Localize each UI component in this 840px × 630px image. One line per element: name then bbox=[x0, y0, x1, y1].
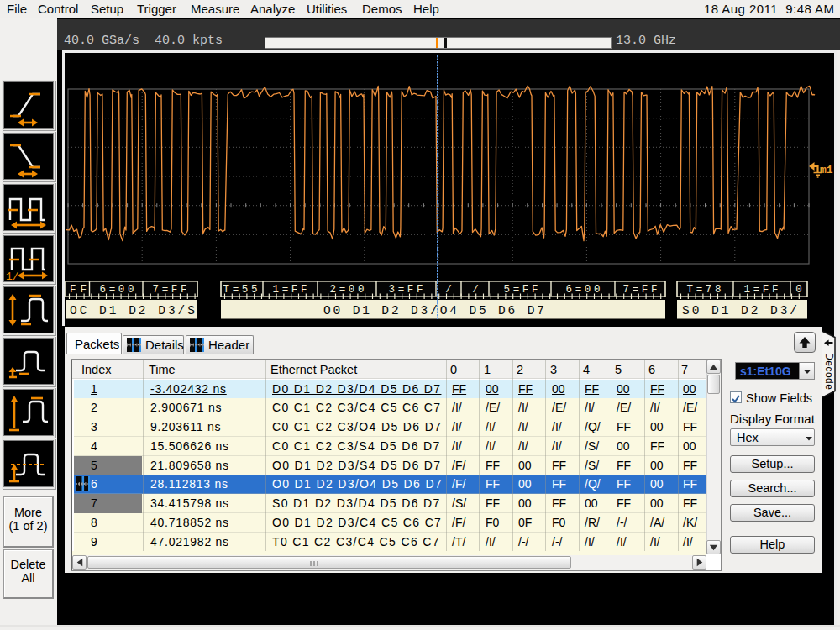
svg-text:O0 D1 D2 D3/O4 D5 D6 D7: O0 D1 D2 D3/O4 D5 D6 D7 bbox=[323, 304, 544, 318]
svg-text:/: / bbox=[472, 284, 479, 296]
svg-text:1/: 1/ bbox=[6, 270, 19, 281]
svg-text:Decode: Decode bbox=[823, 353, 835, 390]
svg-text:0: 0 bbox=[795, 284, 802, 296]
svg-text:/: / bbox=[445, 284, 452, 296]
svg-text:m1: m1 bbox=[820, 164, 833, 176]
